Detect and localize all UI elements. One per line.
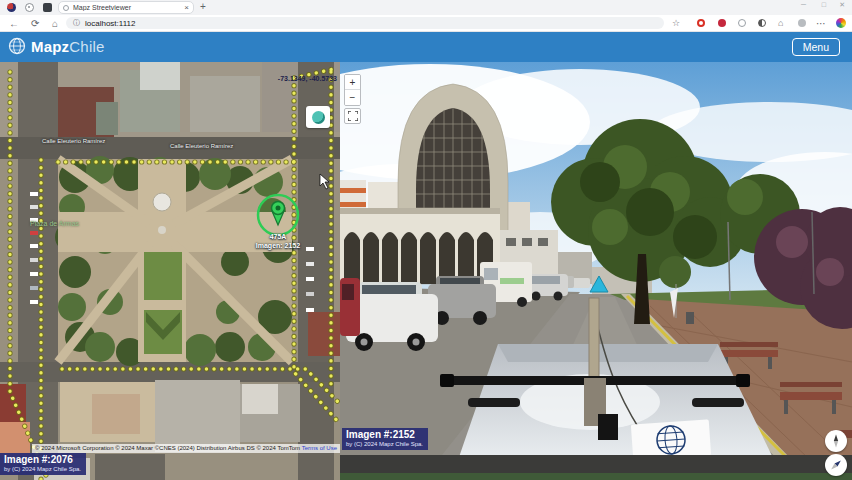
brand-name-bold: Mapz (31, 38, 69, 55)
street-view-image[interactable] (340, 62, 852, 480)
site-info-icon[interactable]: ⓘ (73, 18, 80, 28)
street-label-2: Calle Eleuterio Ramírez (170, 143, 233, 149)
map-image-badge: Imagen #:2076 by (C) 2024 Mapz Chile Spa… (0, 453, 86, 475)
extension-home-icon[interactable]: ⌂ (778, 17, 783, 30)
map-image-copyright: by (C) 2024 Mapz Chile Spa. (4, 466, 81, 473)
extension-icon-2[interactable] (718, 19, 726, 27)
layers-toggle-button[interactable] (306, 106, 330, 128)
back-icon[interactable]: ← (9, 17, 19, 30)
tab-favicon (63, 5, 69, 11)
extension-icon-3[interactable] (738, 19, 746, 27)
browser-window: Mapz Streetviewer × + ─ □ ✕ ← ⟳ ⌂ ⓘ loca… (0, 0, 852, 480)
extension-icon-4[interactable] (758, 19, 766, 27)
extension-icon-1[interactable] (697, 19, 705, 27)
app-header: MapzChile Menu (0, 32, 852, 62)
zoom-in-button[interactable]: + (345, 75, 360, 90)
address-bar[interactable]: ⓘ localhost:1112 (66, 17, 664, 29)
profile-avatar-icon[interactable] (7, 3, 16, 12)
zoom-out-button[interactable]: − (345, 90, 360, 105)
brand-name-light: Chile (69, 38, 104, 55)
refresh-icon[interactable]: ⟳ (31, 17, 39, 30)
marker-title: 475A (238, 232, 318, 241)
window-minimize-button[interactable]: ─ (801, 1, 806, 8)
streetview-compass-button[interactable] (825, 454, 847, 476)
tab-strip: Mapz Streetviewer × + ─ □ ✕ (0, 0, 852, 15)
fullscreen-icon (348, 111, 358, 121)
map-attribution: © 2024 Microsoft Corporation © 2024 Maxa… (32, 444, 340, 453)
streetview-image-badge: Imagen #:2152 by (C) 2024 Mapz Chile Spa… (342, 428, 428, 450)
menu-button[interactable]: Menu (792, 38, 840, 56)
marker-subtitle: Imagen: 2152 (238, 241, 318, 250)
street-view-panel[interactable]: + − Imagen #:2152 by (C) 2024 Mapz Chile… (340, 62, 852, 480)
park-label: Plaza de Armas (30, 220, 79, 227)
map-compass-button[interactable] (825, 430, 847, 452)
browser-tab[interactable]: Mapz Streetviewer × (58, 1, 194, 14)
coordinates-readout: -73.1349, -40.5733 (278, 75, 337, 82)
window-close-button[interactable]: ✕ (839, 1, 845, 9)
satellite-map[interactable] (0, 62, 340, 480)
new-tab-button[interactable]: + (200, 1, 206, 12)
compass-needle-icon (828, 433, 844, 449)
parked-cars-west (30, 192, 38, 304)
street-label-1: Calle Eleuterio Ramírez (42, 138, 105, 144)
satellite-map-panel[interactable]: Calle Eleuterio Ramírez Calle Eleuterio … (0, 62, 340, 480)
window-switcher-icon[interactable] (43, 3, 52, 12)
browser-toolbar: ← ⟳ ⌂ ⓘ localhost:1112 ☆ ⌂ ⋯ (0, 15, 852, 32)
streetview-image-number: Imagen #:2152 (346, 429, 423, 441)
overflow-menu-icon[interactable]: ⋯ (816, 17, 826, 30)
layers-globe-icon (312, 111, 325, 124)
app-logo: MapzChile (8, 37, 105, 55)
marker-caption: 475A Imagen: 2152 (238, 232, 318, 251)
url-text: localhost:1112 (85, 19, 135, 28)
map-image-number: Imagen #:2076 (4, 454, 81, 466)
fullscreen-button[interactable] (344, 108, 361, 124)
extension-icon-5[interactable] (798, 19, 806, 27)
bookmark-star-icon[interactable]: ☆ (672, 17, 680, 30)
globe-icon (8, 37, 26, 55)
attribution-text: © 2024 Microsoft Corporation © 2024 Maxa… (35, 445, 302, 451)
streetview-image-copyright: by (C) 2024 Mapz Chile Spa. (346, 441, 423, 448)
browser-profile-avatar[interactable] (836, 18, 846, 28)
tab-title: Mapz Streetviewer (73, 4, 181, 11)
home-icon[interactable]: ⌂ (52, 17, 58, 30)
target-icon[interactable] (25, 3, 34, 12)
streetview-zoom-control: + − (344, 74, 361, 106)
roof-globe-sticker (631, 419, 711, 460)
terms-of-use-link[interactable]: Terms of Use (302, 445, 337, 451)
window-maximize-button[interactable]: □ (822, 1, 826, 8)
tab-close-icon[interactable]: × (184, 4, 189, 12)
